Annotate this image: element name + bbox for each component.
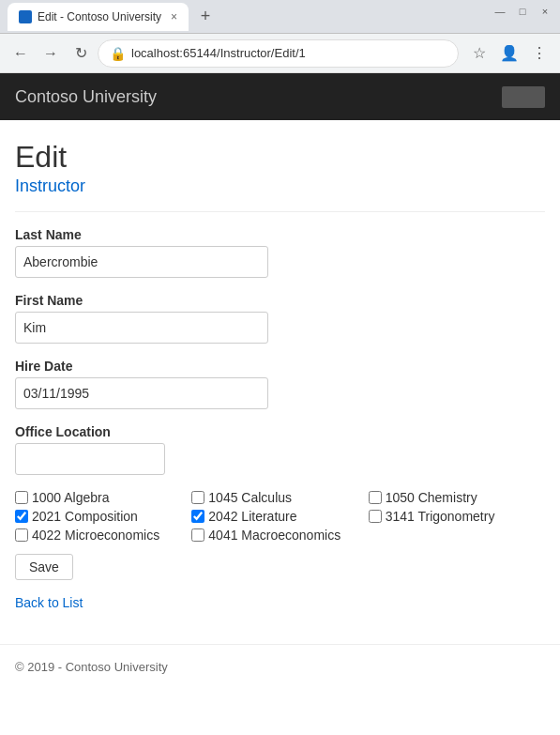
- close-btn[interactable]: ×: [537, 4, 552, 19]
- browser-titlebar: Edit - Contoso University × + — □ ×: [0, 0, 560, 34]
- first-name-group: First Name: [15, 293, 545, 344]
- menu-icon[interactable]: ⋮: [526, 40, 552, 67]
- maximize-btn[interactable]: □: [515, 4, 530, 19]
- bookmark-icon[interactable]: ☆: [466, 40, 492, 67]
- course-label: 1000 Algebra: [32, 490, 110, 505]
- course-label: 2042 Literature: [208, 509, 296, 524]
- course-checkbox-4022[interactable]: [15, 528, 28, 542]
- tab-favicon: [19, 10, 32, 23]
- course-label: 1045 Calculus: [208, 490, 292, 505]
- minimize-btn[interactable]: —: [492, 4, 507, 19]
- course-checkbox-4041[interactable]: [191, 528, 204, 542]
- footer-text: © 2019 - Contoso University: [15, 660, 168, 674]
- tab-close-btn[interactable]: ×: [171, 10, 177, 23]
- first-name-input[interactable]: [15, 312, 268, 344]
- forward-btn[interactable]: →: [38, 40, 64, 67]
- office-location-group: Office Location: [15, 424, 545, 475]
- list-item: 1000 Algebra: [15, 490, 191, 505]
- tab-title: Edit - Contoso University: [38, 10, 161, 23]
- account-icon[interactable]: 👤: [496, 40, 522, 67]
- course-checkbox-1050[interactable]: [369, 491, 382, 504]
- list-item: 4022 Microeconomics: [15, 528, 191, 543]
- last-name-group: Last Name: [15, 227, 545, 278]
- address-bar[interactable]: 🔒 localhost:65144/Instructor/Edit/1: [98, 39, 459, 68]
- course-label: 1050 Chemistry: [386, 490, 477, 505]
- office-location-label: Office Location: [15, 424, 545, 439]
- list-item: 2042 Literature: [191, 509, 368, 524]
- last-name-input[interactable]: [15, 246, 268, 278]
- hire-date-label: Hire Date: [15, 359, 545, 374]
- page-content: Edit Instructor Last Name First Name Hir…: [0, 120, 560, 629]
- list-item: 1050 Chemistry: [369, 490, 545, 505]
- courses-grid: 1000 Algebra1045 Calculus1050 Chemistry2…: [15, 490, 545, 543]
- course-checkbox-1045[interactable]: [191, 491, 204, 504]
- list-item: 1045 Calculus: [191, 490, 368, 505]
- course-label: 3141 Trigonometry: [386, 509, 495, 524]
- list-item: 3141 Trigonometry: [369, 509, 545, 524]
- new-tab-btn[interactable]: +: [192, 4, 219, 30]
- list-item: 4041 Macroeconomics: [191, 528, 368, 543]
- divider: [15, 211, 545, 212]
- course-label: 4022 Microeconomics: [32, 528, 159, 543]
- back-to-list-link[interactable]: Back to List: [15, 595, 83, 610]
- page-footer: © 2019 - Contoso University: [0, 644, 560, 689]
- header-btn[interactable]: [502, 86, 545, 108]
- lock-icon: 🔒: [110, 46, 126, 61]
- reload-btn[interactable]: ↻: [68, 40, 94, 67]
- course-checkbox-3141[interactable]: [369, 510, 382, 523]
- url-text: localhost:65144/Instructor/Edit/1: [131, 46, 446, 60]
- last-name-label: Last Name: [15, 227, 545, 242]
- course-checkbox-2021[interactable]: [15, 510, 28, 523]
- course-checkbox-2042[interactable]: [191, 510, 204, 523]
- browser-controls: ← → ↻ 🔒 localhost:65144/Instructor/Edit/…: [0, 34, 560, 73]
- hire-date-input[interactable]: [15, 377, 268, 409]
- back-btn[interactable]: ←: [8, 40, 34, 67]
- page-subheading: Instructor: [15, 176, 545, 196]
- browser-tab[interactable]: Edit - Contoso University ×: [8, 3, 189, 31]
- save-button[interactable]: Save: [15, 554, 73, 580]
- page-heading: Edit: [15, 139, 545, 175]
- app-header: Contoso University: [0, 73, 560, 120]
- office-location-input[interactable]: [15, 443, 165, 475]
- course-label: 2021 Composition: [32, 509, 138, 524]
- app-title: Contoso University: [15, 87, 157, 107]
- course-label: 4041 Macroeconomics: [208, 528, 341, 543]
- course-checkbox-1000[interactable]: [15, 491, 28, 504]
- first-name-label: First Name: [15, 293, 545, 308]
- browser-actions: ☆ 👤 ⋮: [466, 40, 552, 67]
- list-item: 2021 Composition: [15, 509, 191, 524]
- hire-date-group: Hire Date: [15, 359, 545, 409]
